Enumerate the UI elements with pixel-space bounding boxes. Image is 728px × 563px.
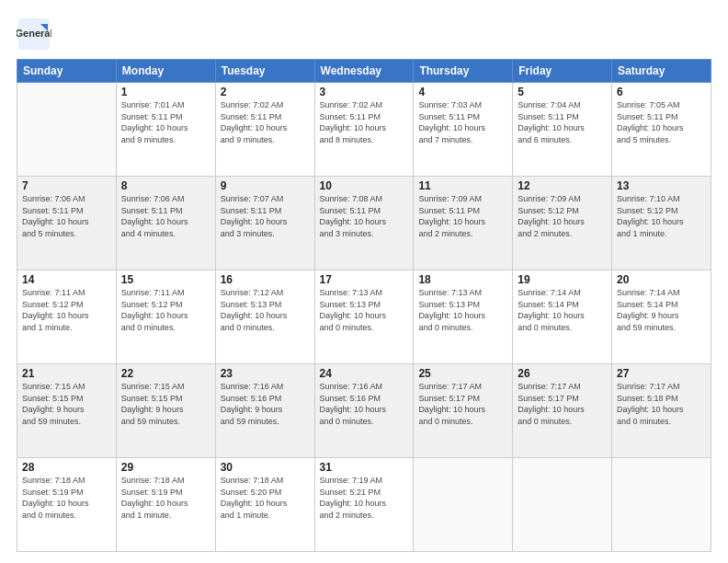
day-number: 25 [418, 367, 507, 380]
calendar-cell: 10Sunrise: 7:08 AM Sunset: 5:11 PM Dayli… [314, 177, 414, 270]
calendar-cell: 26Sunrise: 7:17 AM Sunset: 5:17 PM Dayli… [513, 364, 612, 458]
day-info: Sunrise: 7:02 AM Sunset: 5:11 PM Dayligh… [320, 99, 409, 145]
day-number: 20 [617, 273, 706, 286]
column-header-monday: Monday [116, 60, 215, 83]
calendar-cell: 30Sunrise: 7:18 AM Sunset: 5:20 PM Dayli… [215, 458, 314, 552]
calendar-cell: 9Sunrise: 7:07 AM Sunset: 5:11 PM Daylig… [215, 177, 314, 270]
day-number: 17 [320, 273, 409, 286]
day-number: 14 [22, 273, 111, 286]
day-number: 19 [518, 273, 607, 286]
column-header-friday: Friday [513, 60, 612, 83]
day-info: Sunrise: 7:13 AM Sunset: 5:13 PM Dayligh… [418, 287, 507, 333]
day-number: 15 [121, 273, 210, 286]
day-info: Sunrise: 7:08 AM Sunset: 5:11 PM Dayligh… [320, 193, 409, 239]
day-info: Sunrise: 7:17 AM Sunset: 5:18 PM Dayligh… [617, 381, 706, 427]
day-number: 31 [320, 461, 409, 474]
calendar-cell: 6Sunrise: 7:05 AM Sunset: 5:11 PM Daylig… [612, 83, 711, 177]
calendar-cell: 8Sunrise: 7:06 AM Sunset: 5:11 PM Daylig… [116, 177, 215, 270]
calendar-cell: 27Sunrise: 7:17 AM Sunset: 5:18 PM Dayli… [612, 364, 711, 458]
day-info: Sunrise: 7:05 AM Sunset: 5:11 PM Dayligh… [617, 99, 706, 145]
day-info: Sunrise: 7:10 AM Sunset: 5:12 PM Dayligh… [617, 193, 706, 239]
day-number: 7 [22, 179, 111, 192]
calendar-table: SundayMondayTuesdayWednesdayThursdayFrid… [17, 59, 711, 552]
day-number: 29 [121, 461, 210, 474]
day-number: 9 [221, 179, 310, 192]
day-number: 10 [320, 179, 409, 192]
day-info: Sunrise: 7:09 AM Sunset: 5:11 PM Dayligh… [418, 193, 507, 239]
day-info: Sunrise: 7:14 AM Sunset: 5:14 PM Dayligh… [518, 287, 607, 333]
calendar-cell: 29Sunrise: 7:18 AM Sunset: 5:19 PM Dayli… [116, 458, 215, 552]
calendar-cell: 25Sunrise: 7:17 AM Sunset: 5:17 PM Dayli… [414, 364, 513, 458]
day-info: Sunrise: 7:14 AM Sunset: 5:14 PM Dayligh… [617, 287, 706, 333]
calendar-cell [17, 83, 117, 177]
day-number: 5 [518, 86, 607, 98]
calendar-cell: 28Sunrise: 7:18 AM Sunset: 5:19 PM Dayli… [17, 458, 117, 552]
day-number: 30 [221, 461, 310, 474]
day-number: 4 [418, 86, 507, 98]
calendar-cell: 11Sunrise: 7:09 AM Sunset: 5:11 PM Dayli… [414, 177, 513, 270]
calendar-cell: 1Sunrise: 7:01 AM Sunset: 5:11 PM Daylig… [116, 83, 215, 177]
calendar-cell: 2Sunrise: 7:02 AM Sunset: 5:11 PM Daylig… [215, 83, 314, 177]
header: General [17, 17, 711, 52]
calendar-cell: 21Sunrise: 7:15 AM Sunset: 5:15 PM Dayli… [17, 364, 117, 458]
day-info: Sunrise: 7:11 AM Sunset: 5:12 PM Dayligh… [121, 287, 210, 333]
calendar-cell: 17Sunrise: 7:13 AM Sunset: 5:13 PM Dayli… [314, 270, 414, 364]
day-info: Sunrise: 7:19 AM Sunset: 5:21 PM Dayligh… [320, 475, 409, 521]
day-info: Sunrise: 7:06 AM Sunset: 5:11 PM Dayligh… [121, 193, 210, 239]
day-number: 6 [617, 86, 706, 98]
day-info: Sunrise: 7:09 AM Sunset: 5:12 PM Dayligh… [518, 193, 607, 239]
calendar-cell: 18Sunrise: 7:13 AM Sunset: 5:13 PM Dayli… [414, 270, 513, 364]
day-info: Sunrise: 7:16 AM Sunset: 5:16 PM Dayligh… [320, 381, 409, 427]
day-info: Sunrise: 7:15 AM Sunset: 5:15 PM Dayligh… [22, 381, 111, 427]
day-info: Sunrise: 7:01 AM Sunset: 5:11 PM Dayligh… [121, 99, 210, 145]
day-number: 21 [22, 367, 111, 380]
day-number: 27 [617, 367, 706, 380]
day-number: 22 [121, 367, 210, 380]
day-number: 18 [418, 273, 507, 286]
column-header-sunday: Sunday [17, 60, 117, 83]
column-header-wednesday: Wednesday [314, 60, 414, 83]
logo: General [17, 17, 53, 52]
day-info: Sunrise: 7:11 AM Sunset: 5:12 PM Dayligh… [22, 287, 111, 333]
calendar-cell: 7Sunrise: 7:06 AM Sunset: 5:11 PM Daylig… [17, 177, 117, 270]
day-info: Sunrise: 7:12 AM Sunset: 5:13 PM Dayligh… [221, 287, 310, 333]
calendar-cell: 15Sunrise: 7:11 AM Sunset: 5:12 PM Dayli… [116, 270, 215, 364]
day-number: 3 [320, 86, 409, 98]
column-header-saturday: Saturday [612, 60, 711, 83]
day-info: Sunrise: 7:07 AM Sunset: 5:11 PM Dayligh… [221, 193, 310, 239]
day-number: 11 [418, 179, 507, 192]
day-info: Sunrise: 7:13 AM Sunset: 5:13 PM Dayligh… [320, 287, 409, 333]
day-info: Sunrise: 7:03 AM Sunset: 5:11 PM Dayligh… [418, 99, 507, 145]
day-info: Sunrise: 7:17 AM Sunset: 5:17 PM Dayligh… [518, 381, 607, 427]
day-info: Sunrise: 7:18 AM Sunset: 5:19 PM Dayligh… [121, 475, 210, 521]
day-info: Sunrise: 7:06 AM Sunset: 5:11 PM Dayligh… [22, 193, 111, 239]
calendar-cell: 22Sunrise: 7:15 AM Sunset: 5:15 PM Dayli… [116, 364, 215, 458]
calendar-cell: 16Sunrise: 7:12 AM Sunset: 5:13 PM Dayli… [215, 270, 314, 364]
calendar-cell: 14Sunrise: 7:11 AM Sunset: 5:12 PM Dayli… [17, 270, 117, 364]
column-header-tuesday: Tuesday [215, 60, 314, 83]
day-info: Sunrise: 7:17 AM Sunset: 5:17 PM Dayligh… [418, 381, 507, 427]
calendar-cell: 13Sunrise: 7:10 AM Sunset: 5:12 PM Dayli… [612, 177, 711, 270]
calendar-cell: 31Sunrise: 7:19 AM Sunset: 5:21 PM Dayli… [314, 458, 414, 552]
calendar-cell: 4Sunrise: 7:03 AM Sunset: 5:11 PM Daylig… [414, 83, 513, 177]
calendar-cell [513, 458, 612, 552]
calendar-cell [414, 458, 513, 552]
calendar-cell [612, 458, 711, 552]
calendar-cell: 23Sunrise: 7:16 AM Sunset: 5:16 PM Dayli… [215, 364, 314, 458]
day-info: Sunrise: 7:04 AM Sunset: 5:11 PM Dayligh… [518, 99, 607, 145]
page: General SundayMondayTuesdayWednesdayThur… [0, 0, 728, 563]
calendar-cell: 20Sunrise: 7:14 AM Sunset: 5:14 PM Dayli… [612, 270, 711, 364]
day-number: 12 [518, 179, 607, 192]
calendar-cell: 12Sunrise: 7:09 AM Sunset: 5:12 PM Dayli… [513, 177, 612, 270]
column-header-thursday: Thursday [414, 60, 513, 83]
calendar-cell: 3Sunrise: 7:02 AM Sunset: 5:11 PM Daylig… [314, 83, 414, 177]
day-info: Sunrise: 7:15 AM Sunset: 5:15 PM Dayligh… [121, 381, 210, 427]
day-info: Sunrise: 7:16 AM Sunset: 5:16 PM Dayligh… [221, 381, 310, 427]
day-number: 1 [121, 86, 210, 98]
day-number: 2 [221, 86, 310, 98]
day-number: 16 [221, 273, 310, 286]
day-number: 28 [22, 461, 111, 474]
day-number: 26 [518, 367, 607, 380]
day-number: 24 [320, 367, 409, 380]
calendar-cell: 5Sunrise: 7:04 AM Sunset: 5:11 PM Daylig… [513, 83, 612, 177]
